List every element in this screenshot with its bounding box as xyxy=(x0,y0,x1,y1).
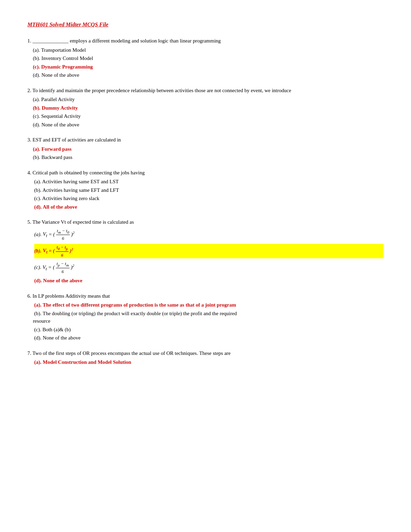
question-2-text: 2. To identify and maintain the proper p… xyxy=(27,87,384,95)
page-title: MTH601 Solved Midter MCQS File xyxy=(27,21,384,29)
question-3: 3. EST and EFT of activities are calcula… xyxy=(27,136,384,161)
question-4-text: 4. Critical path is obtained by connecti… xyxy=(27,169,384,177)
option-2b: (b). Dummy Activity xyxy=(33,104,384,112)
question-7-text: 7. Two of the first steps of OR process … xyxy=(27,349,384,357)
option-3b: (b). Backward pass xyxy=(33,153,384,161)
option-1b: (b). Inventory Control Model xyxy=(33,54,384,62)
question-1: 1. ______________ employs a different mo… xyxy=(27,37,384,79)
option-1d: (d). None of the above xyxy=(33,71,384,79)
option-6d: (d). None of the above xyxy=(33,334,384,342)
option-2d: (d). None of the above xyxy=(33,121,384,129)
option-5d: (d). None of the above xyxy=(34,277,384,285)
question-5: 5. The Variance Vt of expected time is c… xyxy=(27,218,384,285)
option-6c: (c). Both (a)& (b) xyxy=(33,326,384,334)
option-6a: (a). The effect of two different program… xyxy=(33,301,384,309)
option-5c: (c). Vt = ( tp − tm 6 )2 xyxy=(34,260,384,275)
option-5b: (b). Vt = ( t0 − tp 6 )2 xyxy=(34,244,384,258)
question-6-text: 6. In LP problems Additivity means that xyxy=(27,292,384,300)
option-1c: (c). Dynamic Programming xyxy=(33,63,384,71)
option-4c: (c). Activities having zero slack xyxy=(33,195,384,202)
question-6: 6. In LP problems Additivity means that … xyxy=(27,292,384,342)
option-7a: (a). Model Construction and Model Soluti… xyxy=(33,358,384,366)
question-5-text: 5. The Variance Vt of expected time is c… xyxy=(27,218,384,226)
option-1a: (a). Transportation Model xyxy=(33,46,384,54)
question-2: 2. To identify and maintain the proper p… xyxy=(27,87,384,129)
option-2a: (a). Parallel Activity xyxy=(33,96,384,103)
question-3-text: 3. EST and EFT of activities are calcula… xyxy=(27,136,384,144)
option-2c: (c). Sequential Activity xyxy=(33,112,384,120)
option-6b: (b). The doubling (or tripling) the prod… xyxy=(33,310,384,325)
option-4d: (d). All of the above xyxy=(33,203,384,211)
question-4: 4. Critical path is obtained by connecti… xyxy=(27,169,384,211)
question-7: 7. Two of the first steps of OR process … xyxy=(27,349,384,366)
option-4a: (a). Activities having same EST and LST xyxy=(33,178,384,186)
question-1-text: 1. ______________ employs a different mo… xyxy=(27,37,384,45)
option-5a: (a). Vt = ( tm − t0 6 )2 xyxy=(34,227,384,242)
option-4b: (b). Activities having same EFT and LFT xyxy=(33,186,384,194)
option-3a: (a). Forward pass xyxy=(33,145,384,153)
